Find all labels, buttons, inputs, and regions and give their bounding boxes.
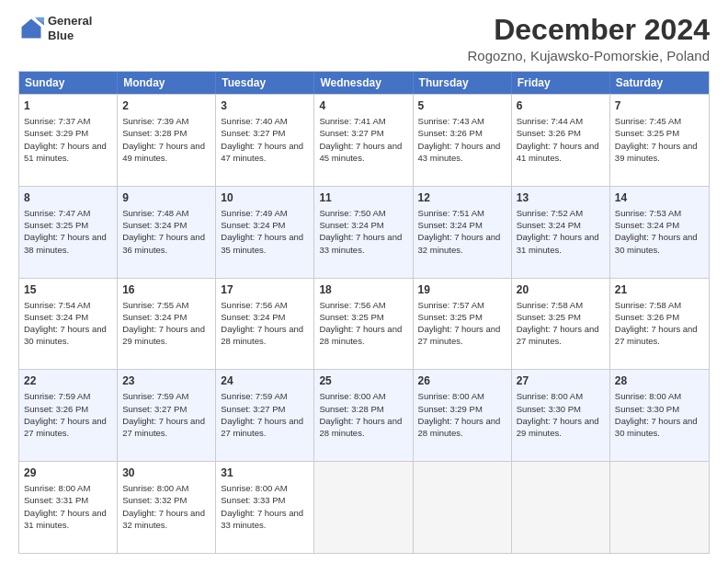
day-number: 14 [615,190,704,206]
logo-line1: General [48,14,92,29]
sunrise: Sunrise: 7:41 AM [319,116,385,126]
daylight: Daylight: 7 hours and 29 minutes. [517,416,599,438]
calendar-cell: 12Sunrise: 7:51 AMSunset: 3:24 PMDayligh… [414,187,512,278]
calendar-cell: 31Sunrise: 8:00 AMSunset: 3:33 PMDayligh… [216,462,314,553]
sunrise: Sunrise: 7:51 AM [418,208,484,218]
daylight: Daylight: 7 hours and 30 minutes. [615,416,698,438]
sunrise: Sunrise: 7:55 AM [122,300,188,310]
calendar-cell: 18Sunrise: 7:56 AMSunset: 3:25 PMDayligh… [314,279,413,370]
calendar-cell: 30Sunrise: 8:00 AMSunset: 3:32 PMDayligh… [118,462,216,553]
daylight: Daylight: 7 hours and 29 minutes. [122,324,205,346]
daylight: Daylight: 7 hours and 33 minutes. [221,508,303,530]
sunrise: Sunrise: 7:43 AM [418,116,484,126]
calendar-cell: 29Sunrise: 8:00 AMSunset: 3:31 PMDayligh… [19,462,118,553]
calendar-header-cell: Friday [512,72,610,94]
calendar-cell: 22Sunrise: 7:59 AMSunset: 3:26 PMDayligh… [19,370,118,461]
logo-text: General Blue [48,14,92,42]
calendar-cell: 4Sunrise: 7:41 AMSunset: 3:27 PMDaylight… [314,95,413,186]
sunrise: Sunrise: 8:00 AM [221,483,287,493]
sunrise: Sunrise: 7:52 AM [517,208,583,218]
day-number: 21 [615,282,704,298]
calendar-cell: 11Sunrise: 7:50 AMSunset: 3:24 PMDayligh… [314,187,413,278]
daylight: Daylight: 7 hours and 39 minutes. [615,141,698,163]
logo: General Blue [18,14,92,42]
sunset: Sunset: 3:24 PM [122,312,187,322]
sunset: Sunset: 3:27 PM [221,404,285,414]
daylight: Daylight: 7 hours and 49 minutes. [122,141,205,163]
day-number: 16 [122,282,210,298]
sunrise: Sunrise: 7:49 AM [221,208,287,218]
calendar-row: 8Sunrise: 7:47 AMSunset: 3:25 PMDaylight… [19,186,709,278]
day-number: 3 [221,98,309,114]
sunset: Sunset: 3:25 PM [319,312,383,322]
calendar-cell: 17Sunrise: 7:56 AMSunset: 3:24 PMDayligh… [216,279,314,370]
daylight: Daylight: 7 hours and 31 minutes. [24,508,107,530]
calendar-cell-empty [414,462,512,553]
day-number: 23 [122,373,210,389]
svg-marker-0 [22,18,41,38]
daylight: Daylight: 7 hours and 28 minutes. [319,416,402,438]
sunset: Sunset: 3:24 PM [24,312,88,322]
sunset: Sunset: 3:24 PM [418,220,483,230]
calendar-cell: 6Sunrise: 7:44 AMSunset: 3:26 PMDaylight… [512,95,610,186]
day-number: 1 [24,98,112,114]
calendar-cell: 19Sunrise: 7:57 AMSunset: 3:25 PMDayligh… [414,279,512,370]
calendar-cell: 25Sunrise: 8:00 AMSunset: 3:28 PMDayligh… [314,370,413,461]
sunrise: Sunrise: 7:58 AM [517,300,583,310]
calendar-row: 1Sunrise: 7:37 AMSunset: 3:29 PMDaylight… [19,94,709,186]
day-number: 13 [517,190,605,206]
calendar-header-cell: Sunday [19,72,118,94]
sunset: Sunset: 3:29 PM [418,404,483,414]
sunset: Sunset: 3:24 PM [517,220,581,230]
calendar-header-cell: Tuesday [216,72,314,94]
sunset: Sunset: 3:27 PM [122,404,187,414]
sunset: Sunset: 3:30 PM [615,404,679,414]
sunrise: Sunrise: 8:00 AM [615,391,681,401]
sunset: Sunset: 3:24 PM [615,220,679,230]
daylight: Daylight: 7 hours and 45 minutes. [319,141,402,163]
calendar: SundayMondayTuesdayWednesdayThursdayFrid… [18,71,710,554]
sunset: Sunset: 3:24 PM [122,220,187,230]
daylight: Daylight: 7 hours and 27 minutes. [122,416,205,438]
logo-line2: Blue [48,29,92,43]
calendar-cell: 9Sunrise: 7:48 AMSunset: 3:24 PMDaylight… [118,187,216,278]
logo-icon [18,16,44,41]
calendar-cell: 16Sunrise: 7:55 AMSunset: 3:24 PMDayligh… [118,279,216,370]
sunrise: Sunrise: 7:40 AM [221,116,287,126]
daylight: Daylight: 7 hours and 31 minutes. [517,232,599,254]
calendar-cell-empty [610,462,709,553]
sunset: Sunset: 3:24 PM [319,220,383,230]
daylight: Daylight: 7 hours and 47 minutes. [221,141,303,163]
day-number: 25 [319,373,407,389]
day-number: 8 [24,190,112,206]
sunrise: Sunrise: 7:48 AM [122,208,188,218]
sunrise: Sunrise: 7:54 AM [24,300,90,310]
sunrise: Sunrise: 7:56 AM [319,300,385,310]
daylight: Daylight: 7 hours and 36 minutes. [122,232,205,254]
calendar-cell: 7Sunrise: 7:45 AMSunset: 3:25 PMDaylight… [610,95,709,186]
sunrise: Sunrise: 7:44 AM [517,116,583,126]
calendar-header-row: SundayMondayTuesdayWednesdayThursdayFrid… [19,72,709,94]
sunrise: Sunrise: 8:00 AM [517,391,583,401]
day-number: 26 [418,373,506,389]
sunrise: Sunrise: 8:00 AM [122,483,188,493]
calendar-cell-empty [512,462,610,553]
daylight: Daylight: 7 hours and 27 minutes. [24,416,107,438]
day-number: 10 [221,190,309,206]
daylight: Daylight: 7 hours and 43 minutes. [418,141,501,163]
page: General Blue December 2024 Rogozno, Kuja… [0,0,728,563]
calendar-cell: 20Sunrise: 7:58 AMSunset: 3:25 PMDayligh… [512,279,610,370]
day-number: 7 [615,98,704,114]
daylight: Daylight: 7 hours and 38 minutes. [24,232,107,254]
daylight: Daylight: 7 hours and 28 minutes. [418,416,501,438]
calendar-row: 29Sunrise: 8:00 AMSunset: 3:31 PMDayligh… [19,461,709,553]
daylight: Daylight: 7 hours and 33 minutes. [319,232,402,254]
calendar-cell: 26Sunrise: 8:00 AMSunset: 3:29 PMDayligh… [414,370,512,461]
day-number: 2 [122,98,210,114]
day-number: 12 [418,190,506,206]
daylight: Daylight: 7 hours and 30 minutes. [615,232,698,254]
sunset: Sunset: 3:30 PM [517,404,581,414]
daylight: Daylight: 7 hours and 27 minutes. [221,416,303,438]
calendar-cell: 10Sunrise: 7:49 AMSunset: 3:24 PMDayligh… [216,187,314,278]
daylight: Daylight: 7 hours and 32 minutes. [122,508,205,530]
